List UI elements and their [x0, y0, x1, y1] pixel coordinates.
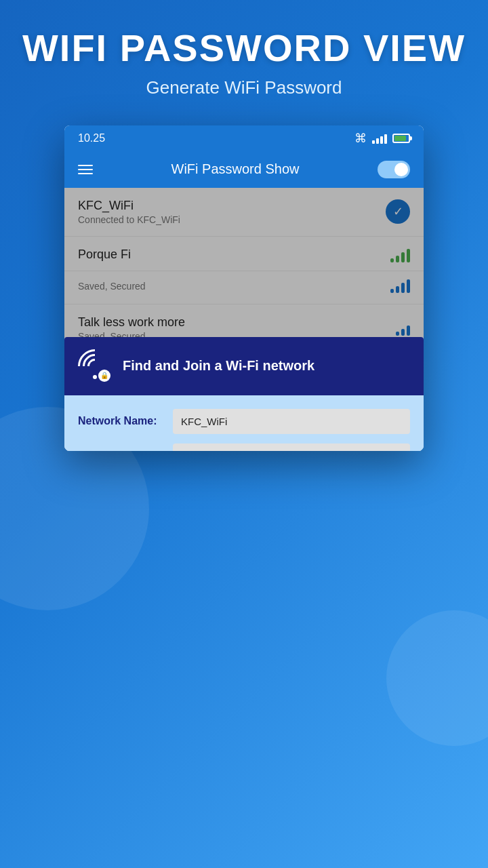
signal-strength-icon [372, 133, 387, 144]
network-name-input[interactable] [173, 409, 410, 434]
app-toolbar: WiFi Password Show [64, 151, 424, 188]
security-field: Security: [78, 443, 410, 451]
lock-icon: 🔒 [98, 370, 110, 382]
wifi-status-icon: ⌘ [354, 131, 367, 146]
toolbar-title: WiFi Password Show [171, 161, 300, 177]
menu-button[interactable] [78, 165, 93, 174]
wifi-list: KFC_WiFi Connected to KFC_WiFi ✓ Porque … [64, 188, 424, 451]
battery-icon [392, 134, 410, 143]
security-input[interactable] [173, 443, 410, 451]
network-name-field: Network Name: [78, 409, 410, 434]
status-icons: ⌘ [354, 131, 410, 146]
security-label: Security: [78, 450, 166, 451]
network-name-label: Network Name: [78, 415, 166, 427]
toggle-switch[interactable] [378, 161, 410, 178]
status-bar: 10.25 ⌘ [64, 125, 424, 151]
dialog-overlay: 🔒 Find and Join a Wi-Fi network Network … [64, 188, 424, 451]
hero-section: WIFI PASSWORD VIEW Generate WiFi Passwor… [0, 0, 488, 112]
dialog-body: Network Name: Security: Password: ✓ Show… [64, 395, 424, 451]
hero-title: WIFI PASSWORD VIEW [20, 27, 468, 69]
status-time: 10.25 [78, 132, 105, 144]
phone-mockup: 10.25 ⌘ WiFi Password Show KFC_WiFi Conn… [64, 125, 424, 451]
hero-subtitle: Generate WiFi Password [20, 77, 468, 98]
dialog-header-title: Find and Join a Wi-Fi network [123, 358, 314, 374]
dialog-wifi-icon: 🔒 [78, 349, 112, 383]
dialog-header: 🔒 Find and Join a Wi-Fi network [64, 337, 424, 395]
wifi-join-dialog: 🔒 Find and Join a Wi-Fi network Network … [64, 337, 424, 451]
